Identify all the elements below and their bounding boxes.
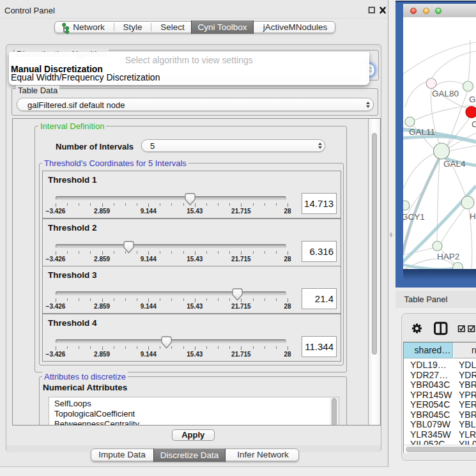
svg-text:GCY1: GCY1 [403, 212, 425, 222]
svg-text:HIS4: HIS4 [470, 211, 476, 221]
svg-text:GAL4: GAL4 [443, 159, 466, 169]
svg-text:CD: CD [472, 119, 476, 129]
svg-text:GAL80: GAL80 [432, 89, 459, 98]
svg-text:HAP2: HAP2 [437, 252, 459, 261]
svg-text:GAL11: GAL11 [409, 127, 435, 137]
svg-text:GA: GA [469, 95, 476, 104]
